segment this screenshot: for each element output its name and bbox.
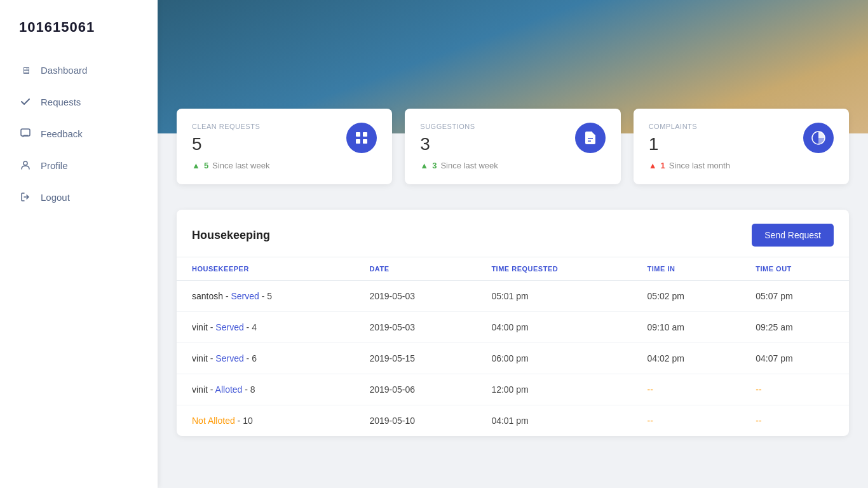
- cell-date: 2019-05-15: [354, 343, 476, 374]
- cell-time-in: 04:02 pm: [632, 343, 741, 374]
- complaints-icon: [803, 123, 834, 153]
- sidebar-item-logout[interactable]: Logout: [0, 182, 158, 212]
- cell-date: 2019-05-10: [354, 405, 476, 437]
- col-time-requested: TIME REQUESTED: [476, 257, 632, 281]
- sidebar: 101615061 🖥 Dashboard Requests Feedback …: [0, 0, 158, 488]
- sidebar-item-dashboard[interactable]: 🖥 Dashboard: [0, 55, 158, 85]
- stat-footer-complaints: ▲ 1 Since last month: [649, 161, 834, 170]
- cell-time-requested: 04:01 pm: [476, 405, 632, 437]
- cell-time-out: 09:25 am: [740, 312, 849, 343]
- col-housekeeper: HOUSEKEEPER: [177, 257, 354, 281]
- stat-card-suggestions: SUGGESTIONS 3 ▲ 3 Since last week: [405, 109, 620, 184]
- stat-footer-suggestions: ▲ 3 Since last week: [420, 161, 605, 170]
- housekeeper-id: 4: [252, 322, 257, 332]
- cell-time-requested: 05:01 pm: [476, 281, 632, 312]
- sidebar-label-dashboard: Dashboard: [41, 65, 87, 76]
- send-request-button[interactable]: Send Request: [752, 224, 834, 247]
- cell-time-in: 09:10 am: [632, 312, 741, 343]
- hero-banner: CLEAN REQUESTS 5 ▲ 5 Since last week: [158, 0, 868, 133]
- main-content: CLEAN REQUESTS 5 ▲ 5 Since last week: [158, 0, 868, 488]
- cell-time-in: --: [632, 374, 741, 405]
- cell-time-out: --: [740, 374, 849, 405]
- cell-housekeeper: vinit - Alloted - 8: [177, 374, 354, 405]
- housekeeper-id: 8: [250, 384, 255, 395]
- cell-housekeeper: vinit - Served - 4: [177, 312, 354, 343]
- housekeeping-card: Housekeeping Send Request HOUSEKEEPER DA…: [177, 210, 849, 436]
- cell-time-out: 04:07 pm: [740, 343, 849, 374]
- table-row: vinit - Served - 42019-05-0304:00 pm09:1…: [177, 312, 849, 343]
- stats-row: CLEAN REQUESTS 5 ▲ 5 Since last week: [177, 109, 849, 184]
- stat-value-complaints: 1: [649, 134, 698, 154]
- stat-label-complaints: COMPLAINTS: [649, 123, 698, 130]
- svg-rect-5: [363, 139, 367, 144]
- cell-date: 2019-05-03: [354, 281, 476, 312]
- svg-rect-3: [363, 132, 367, 137]
- stat-label-clean-requests: CLEAN REQUESTS: [192, 123, 260, 130]
- cell-time-requested: 12:00 pm: [476, 374, 632, 405]
- housekeeper-status: Served: [215, 353, 243, 363]
- table-header: Housekeeping Send Request: [177, 210, 849, 257]
- stat-card-complaints: COMPLAINTS 1 ▲ 1 Since last month: [634, 109, 849, 184]
- table-row: santosh - Served - 52019-05-0305:01 pm05…: [177, 281, 849, 312]
- sidebar-label-requests: Requests: [41, 97, 81, 107]
- cell-time-out: --: [740, 405, 849, 437]
- feedback-icon: [19, 127, 32, 140]
- col-time-in: TIME IN: [632, 257, 741, 281]
- sidebar-label-profile: Profile: [41, 160, 68, 171]
- sidebar-nav: 🖥 Dashboard Requests Feedback Profile: [0, 55, 158, 212]
- svg-point-1: [24, 161, 27, 165]
- logout-icon: [19, 191, 32, 203]
- time-in-dash: --: [648, 384, 653, 395]
- table-title: Housekeeping: [192, 229, 270, 242]
- sidebar-item-requests[interactable]: Requests: [0, 86, 158, 117]
- housekeeper-id: 6: [252, 353, 257, 363]
- table-row: vinit - Served - 62019-05-1506:00 pm04:0…: [177, 343, 849, 374]
- cell-housekeeper: Not Alloted - 10: [177, 405, 354, 437]
- housekeeper-status: Served: [231, 291, 259, 301]
- housekeeper-status: Alloted: [215, 384, 243, 395]
- time-out-dash: --: [756, 384, 761, 395]
- housekeeper-id: 10: [243, 416, 253, 426]
- housekeeping-table: HOUSEKEEPER DATE TIME REQUESTED TIME IN …: [177, 257, 849, 436]
- time-in-dash: --: [648, 416, 653, 426]
- trend-label-suggestions: Since last week: [440, 161, 498, 170]
- housekeeper-id: 5: [267, 291, 272, 301]
- trend-value-complaints: 1: [661, 161, 665, 170]
- trend-label-clean-requests: Since last week: [212, 161, 269, 170]
- cell-time-in: 05:02 pm: [632, 281, 741, 312]
- trend-value-suggestions: 3: [432, 161, 437, 170]
- housekeeper-name: Not Alloted: [192, 416, 235, 426]
- svg-rect-2: [356, 132, 360, 137]
- cell-time-in: --: [632, 405, 741, 437]
- trend-arrow-suggestions: ▲: [420, 161, 428, 170]
- profile-icon: [19, 159, 32, 172]
- cell-time-out: 05:07 pm: [740, 281, 849, 312]
- stat-card-clean-requests: CLEAN REQUESTS 5 ▲ 5 Since last week: [177, 109, 392, 184]
- stat-value-suggestions: 3: [420, 134, 475, 154]
- sidebar-label-logout: Logout: [41, 192, 70, 203]
- housekeeper-name: vinit: [192, 353, 208, 363]
- cell-date: 2019-05-06: [354, 374, 476, 405]
- trend-arrow-clean-requests: ▲: [192, 161, 200, 170]
- suggestions-icon: [575, 123, 606, 153]
- sidebar-logo: 101615061: [0, 13, 158, 55]
- cell-time-requested: 04:00 pm: [476, 312, 632, 343]
- sidebar-item-profile[interactable]: Profile: [0, 150, 158, 180]
- cell-housekeeper: vinit - Served - 6: [177, 343, 354, 374]
- housekeeper-status: Served: [215, 322, 243, 332]
- trend-arrow-complaints: ▲: [649, 161, 657, 170]
- cell-time-requested: 06:00 pm: [476, 343, 632, 374]
- sidebar-item-feedback[interactable]: Feedback: [0, 118, 158, 149]
- cell-housekeeper: santosh - Served - 5: [177, 281, 354, 312]
- table-header-row: HOUSEKEEPER DATE TIME REQUESTED TIME IN …: [177, 257, 849, 281]
- col-time-out: TIME OUT: [740, 257, 849, 281]
- cell-date: 2019-05-03: [354, 312, 476, 343]
- trend-label-complaints: Since last month: [669, 161, 730, 170]
- dashboard-icon: 🖥: [19, 64, 32, 76]
- stat-footer-clean-requests: ▲ 5 Since last week: [192, 161, 377, 170]
- col-date: DATE: [354, 257, 476, 281]
- requests-icon: [19, 95, 32, 108]
- trend-value-clean-requests: 5: [204, 161, 208, 170]
- housekeeper-name: vinit: [192, 322, 208, 332]
- svg-rect-4: [356, 139, 360, 144]
